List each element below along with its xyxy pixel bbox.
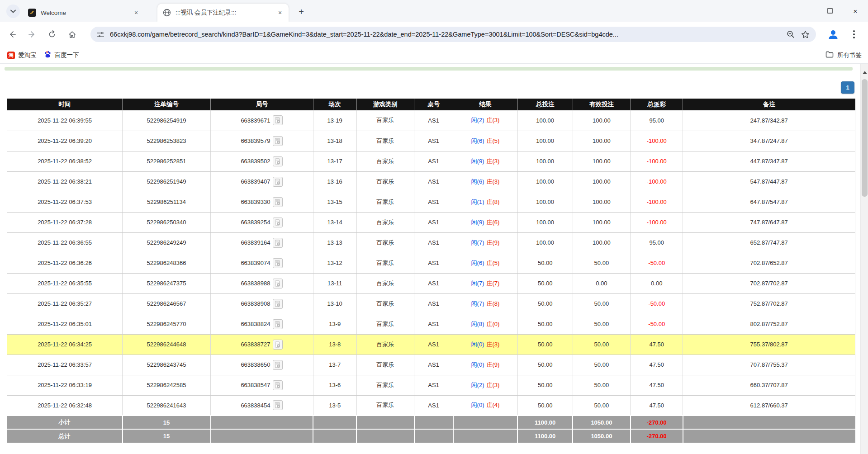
cell-result: 闲(9)庄(6): [453, 212, 518, 232]
tab-close-icon[interactable]: ×: [276, 9, 284, 17]
table-row[interactable]: 2025-11-22 06:39:20 522986253823 6638395…: [7, 131, 855, 151]
all-bookmarks-button[interactable]: 所有书签: [818, 51, 862, 60]
cell-total-bet[interactable]: 100.00: [517, 171, 573, 192]
table-row[interactable]: 2025-11-22 06:36:55 522986249249 6638391…: [7, 232, 855, 253]
dragon-favicon-icon: [28, 9, 36, 17]
cell-table-no: AS1: [414, 375, 453, 395]
round-media-icon[interactable]: [273, 279, 283, 288]
tab-welcome[interactable]: Welcome ×: [23, 4, 145, 22]
tab-strip: Welcome × :::视讯 会员下注纪录::: × + – ×: [0, 0, 868, 22]
round-media-icon[interactable]: [273, 115, 283, 125]
tab-search-button[interactable]: [6, 5, 20, 18]
cell-session: 13-16: [313, 171, 356, 192]
person-icon: [827, 28, 840, 41]
col-header-result: 结果: [453, 99, 518, 110]
round-media-icon[interactable]: [273, 258, 283, 268]
table-row[interactable]: 2025-11-22 06:38:21 522986251949 6638394…: [7, 171, 855, 192]
new-tab-button[interactable]: +: [295, 5, 308, 18]
table-row[interactable]: 2025-11-22 06:33:19 522986242585 6638385…: [7, 375, 855, 395]
cell-game-type: 百家乐: [356, 212, 414, 232]
scrollbar-thumb[interactable]: [862, 79, 868, 197]
back-arrow-icon: [8, 30, 16, 38]
round-media-icon[interactable]: [273, 319, 283, 329]
table-row[interactable]: 2025-11-22 06:37:28 522986250340 6638392…: [7, 212, 855, 232]
cell-total-bet[interactable]: 100.00: [517, 212, 573, 232]
cell-total-bet[interactable]: 100.00: [517, 131, 573, 151]
cell-total-bet[interactable]: 100.00: [517, 192, 573, 212]
cell-session: 13-18: [313, 131, 356, 151]
round-media-icon[interactable]: [273, 380, 283, 390]
tab-title: Welcome: [41, 9, 128, 16]
cell-result: 闲(6)庄(5): [453, 253, 518, 273]
cell-bet-id: 522986246567: [123, 293, 211, 314]
minimize-button[interactable]: –: [792, 0, 817, 22]
cell-remark: 752.87/702.87: [683, 293, 855, 314]
round-media-icon[interactable]: [273, 299, 283, 309]
round-media-icon[interactable]: [273, 136, 283, 146]
round-media-icon[interactable]: [273, 400, 283, 410]
tab-bet-record[interactable]: :::视讯 会员下注纪录::: ×: [157, 4, 289, 22]
url-text[interactable]: 66cxkj98.com/game/betrecord_search/kind3…: [110, 31, 780, 38]
table-row[interactable]: 2025-11-22 06:39:55 522986254919 6638396…: [7, 110, 855, 131]
address-bar[interactable]: 66cxkj98.com/game/betrecord_search/kind3…: [90, 27, 816, 42]
cell-result: 闲(6)庄(3): [453, 171, 518, 192]
table-row[interactable]: 2025-11-22 06:34:25 522986244648 6638387…: [7, 334, 855, 355]
round-media-icon[interactable]: [273, 197, 283, 207]
refresh-button[interactable]: [44, 27, 60, 42]
round-media-icon[interactable]: [273, 156, 283, 166]
cell-total-bet[interactable]: 50.00: [517, 334, 573, 355]
pagination-page-1-button[interactable]: 1: [841, 81, 854, 94]
cell-session: 13-7: [313, 355, 356, 375]
bookmark-baidu[interactable]: 百度一下: [44, 51, 79, 60]
bookmark-label: 爱淘宝: [18, 51, 37, 59]
cell-result: 闲(9)庄(3): [453, 151, 518, 171]
table-row[interactable]: 2025-11-22 06:37:53 522986251134 6638393…: [7, 192, 855, 212]
table-row[interactable]: 2025-11-22 06:35:55 522986247375 6638389…: [7, 273, 855, 293]
cell-round-id: 663839074: [211, 253, 313, 273]
round-media-icon[interactable]: [273, 218, 283, 227]
table-row[interactable]: 2025-11-22 06:32:48 522986241643 6638384…: [7, 395, 855, 416]
cell-total-bet[interactable]: 50.00: [517, 273, 573, 293]
cell-valid-bet: 100.00: [573, 212, 631, 232]
round-media-icon[interactable]: [273, 360, 283, 370]
table-row[interactable]: 2025-11-22 06:35:27 522986246567 6638389…: [7, 293, 855, 314]
bookmark-taobao[interactable]: 淘 爱淘宝: [7, 51, 37, 59]
col-header-valid-bet: 有效投注: [573, 99, 631, 110]
tab-close-icon[interactable]: ×: [132, 9, 140, 17]
cell-session: 13-19: [313, 110, 356, 131]
cell-session: 13-12: [313, 253, 356, 273]
table-row[interactable]: 2025-11-22 06:35:01 522986245770 6638388…: [7, 314, 855, 334]
vertical-scrollbar[interactable]: [860, 64, 868, 454]
cell-total-bet[interactable]: 50.00: [517, 253, 573, 273]
cell-valid-bet: 50.00: [573, 355, 631, 375]
close-window-button[interactable]: ×: [843, 0, 868, 22]
table-row[interactable]: 2025-11-22 06:38:52 522986252851 6638395…: [7, 151, 855, 171]
cell-total-bet[interactable]: 50.00: [517, 314, 573, 334]
cell-total-bet[interactable]: 100.00: [517, 110, 573, 131]
cell-bet-id: 522986253823: [123, 131, 211, 151]
cell-total-bet[interactable]: 50.00: [517, 375, 573, 395]
cell-total-bet[interactable]: 100.00: [517, 232, 573, 253]
scrollbar-up-icon[interactable]: [861, 68, 868, 76]
table-row[interactable]: 2025-11-22 06:36:26 522986248366 6638390…: [7, 253, 855, 273]
cell-round-id: 663838988: [211, 273, 313, 293]
bookmark-star-icon[interactable]: [801, 30, 810, 39]
forward-button[interactable]: [24, 27, 40, 42]
cell-total-bet[interactable]: 100.00: [517, 151, 573, 171]
cell-total-bet[interactable]: 50.00: [517, 395, 573, 416]
cell-game-type: 百家乐: [356, 293, 414, 314]
back-button[interactable]: [5, 27, 20, 42]
menu-kebab-icon[interactable]: [847, 28, 861, 41]
table-row[interactable]: 2025-11-22 06:33:57 522986243745 6638386…: [7, 355, 855, 375]
round-media-icon[interactable]: [273, 238, 283, 248]
zoom-icon[interactable]: [787, 30, 795, 38]
maximize-button[interactable]: [817, 0, 843, 22]
site-settings-icon[interactable]: [97, 31, 104, 38]
cell-total-bet[interactable]: 50.00: [517, 355, 573, 375]
profile-avatar[interactable]: [826, 28, 840, 41]
round-media-icon[interactable]: [273, 177, 283, 187]
page-content: 1 时间 注单编号 局号 场次 游戏类别 桌号 结果 总投注 有效投注 总: [0, 64, 868, 454]
cell-total-bet[interactable]: 50.00: [517, 293, 573, 314]
home-button[interactable]: [64, 27, 80, 42]
round-media-icon[interactable]: [273, 340, 283, 350]
